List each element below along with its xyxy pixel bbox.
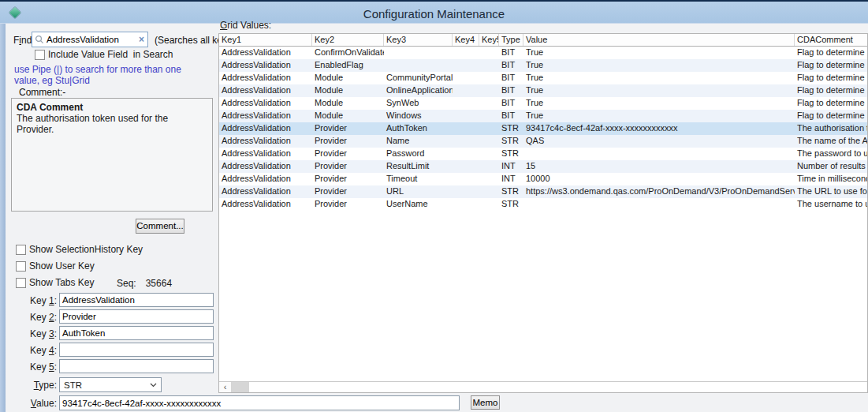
type-dropdown[interactable]: STR <box>59 377 162 392</box>
grid-row[interactable]: AddressValidationModuleWindowsBITTrueFla… <box>219 110 867 122</box>
memo-button[interactable]: Memo <box>471 395 500 410</box>
key2-field[interactable] <box>59 309 214 324</box>
grid-column-header[interactable]: Type <box>499 34 523 46</box>
grid-row[interactable]: AddressValidationConfirmOnValidateBITTru… <box>219 47 867 59</box>
grid-row[interactable]: AddressValidationProviderPasswordSTRThe … <box>219 148 867 160</box>
search-icon <box>35 35 44 44</box>
key1-label: Key 1: <box>9 295 57 306</box>
horizontal-scrollbar[interactable]: ‹ <box>219 381 867 392</box>
seq-value: 35664 <box>146 278 172 289</box>
show-tabs-key-label: Show Tabs Key <box>29 277 95 288</box>
grid-cell <box>479 122 499 135</box>
show-user-key-checkbox[interactable]: Show User Key <box>16 260 95 272</box>
clear-search-icon[interactable]: × <box>138 35 145 44</box>
scroll-left-icon[interactable]: ‹ <box>219 382 232 392</box>
grid-cell: STR <box>499 198 523 211</box>
grid-cell: The password to use <box>795 148 868 160</box>
search-input[interactable] <box>47 35 138 44</box>
grid-cell: AddressValidation <box>219 185 312 198</box>
grid-cell: AddressValidation <box>219 72 312 84</box>
grid-cell <box>453 148 479 160</box>
grid-cell <box>479 72 499 84</box>
grid-cell: BIT <box>499 97 523 110</box>
grid-cell: Time in milliseconds a <box>795 173 868 185</box>
grid-column-header[interactable]: Key4 <box>453 34 479 46</box>
grid-cell: INT <box>499 173 523 185</box>
key1-field[interactable] <box>59 293 214 307</box>
window-title: Configuration Maintenance <box>0 7 868 21</box>
grid-row[interactable]: AddressValidationProviderUserNameSTRThe … <box>219 198 867 211</box>
search-box[interactable]: × <box>32 32 148 47</box>
show-tabs-key-checkbox[interactable]: Show Tabs Key <box>16 277 95 288</box>
grid-column-header[interactable]: Key3 <box>384 34 453 46</box>
grid-cell: Provider <box>312 185 384 198</box>
comment-body: The authorisation token used for the Pro… <box>17 113 207 135</box>
grid-cell <box>523 148 795 160</box>
grid-column-header[interactable]: Key1 <box>219 34 312 46</box>
key3-field[interactable] <box>59 326 214 340</box>
grid-cell: CommunityPortal <box>384 72 453 84</box>
grid-cell <box>479 59 499 72</box>
grid-cell: AddressValidation <box>219 110 312 122</box>
grid-row[interactable]: AddressValidationModuleSynWebBITTrueFlag… <box>219 97 867 110</box>
grid-cell: Flag to determine if A <box>795 84 868 97</box>
checkbox-box[interactable] <box>35 50 45 60</box>
window-border-strip <box>0 24 6 412</box>
grid-cell: Provider <box>312 148 384 160</box>
grid-cell: True <box>523 84 795 97</box>
show-user-key-label: Show User Key <box>29 260 95 272</box>
show-selectionhistory-checkbox[interactable]: Show SelectionHistory Key <box>16 244 143 255</box>
grid-cell <box>453 84 479 97</box>
grid-cell: STR <box>499 148 523 160</box>
grid-cell: BIT <box>499 47 523 59</box>
grid-row[interactable]: AddressValidationProviderURLSTRhttps://w… <box>219 185 867 198</box>
seq-label: Seq: <box>117 278 136 289</box>
grid-cell: The username to use <box>795 198 868 211</box>
grid-cell: UserName <box>384 198 453 211</box>
grid-cell: Provider <box>312 122 384 135</box>
grid-column-header[interactable]: Key5 <box>479 34 499 46</box>
title-bar: Configuration Maintenance <box>0 0 868 24</box>
grid-row[interactable]: AddressValidationProviderTimeoutINT10000… <box>219 173 867 185</box>
checkbox-box[interactable] <box>16 261 26 272</box>
grid-cell: True <box>523 59 795 72</box>
comment-section-label: Comment:- <box>19 87 65 98</box>
grid-cell: AuthToken <box>384 122 453 135</box>
grid-cell: STR <box>499 135 523 148</box>
grid-column-header[interactable]: CDAComment <box>795 34 868 46</box>
grid-row[interactable]: AddressValidationModuleCommunityPortalBI… <box>219 72 867 84</box>
comment-button[interactable]: Comment... <box>136 219 184 234</box>
grid-cell: Provider <box>312 173 384 185</box>
grid-cell <box>453 97 479 110</box>
include-value-checkbox[interactable]: Include Value Field in Search <box>35 49 173 60</box>
scrollbar-thumb[interactable] <box>232 382 249 392</box>
grid-cell <box>479 160 499 173</box>
grid-cell: ConfirmOnValidate <box>312 47 384 59</box>
grid-cell: AddressValidation <box>219 148 312 160</box>
grid-header: Key1Key2Key3Key4Key5TypeValueCDAComment <box>219 34 867 47</box>
value-field[interactable] <box>59 395 460 410</box>
grid-row[interactable]: AddressValidationProviderAuthTokenSTR934… <box>219 122 867 135</box>
grid-values-label: Grid Values: <box>220 20 271 31</box>
grid-column-header[interactable]: Key2 <box>312 34 384 46</box>
comment-box: CDA Comment The authorisation token used… <box>11 98 213 212</box>
grid-cell <box>453 135 479 148</box>
grid-cell: Timeout <box>384 173 453 185</box>
key4-field[interactable] <box>59 343 214 357</box>
grid-cell: Flag to determine if A <box>795 59 868 72</box>
grid-row[interactable]: AddressValidationEnabledFlagBITTrueFlag … <box>219 59 867 72</box>
grid-cell: Password <box>384 148 453 160</box>
grid-cell: 93417c4c-8ecf-42af-xxxx-xxxxxxxxxxxx <box>523 122 795 135</box>
key5-field[interactable] <box>59 359 214 373</box>
grid-cell: BIT <box>499 72 523 84</box>
grid-cell: Number of results to <box>795 160 868 173</box>
grid-row[interactable]: AddressValidationModuleOnlineApplication… <box>219 84 867 97</box>
grid-cell: Module <box>312 84 384 97</box>
grid-row[interactable]: AddressValidationProviderResultLimitINT1… <box>219 160 867 173</box>
grid-column-header[interactable]: Value <box>523 34 795 46</box>
grid-cell: AddressValidation <box>219 173 312 185</box>
grid-cell: Provider <box>312 160 384 173</box>
checkbox-box[interactable] <box>16 278 26 288</box>
checkbox-box[interactable] <box>16 245 26 255</box>
grid-row[interactable]: AddressValidationProviderNameSTRQASThe n… <box>219 135 867 148</box>
